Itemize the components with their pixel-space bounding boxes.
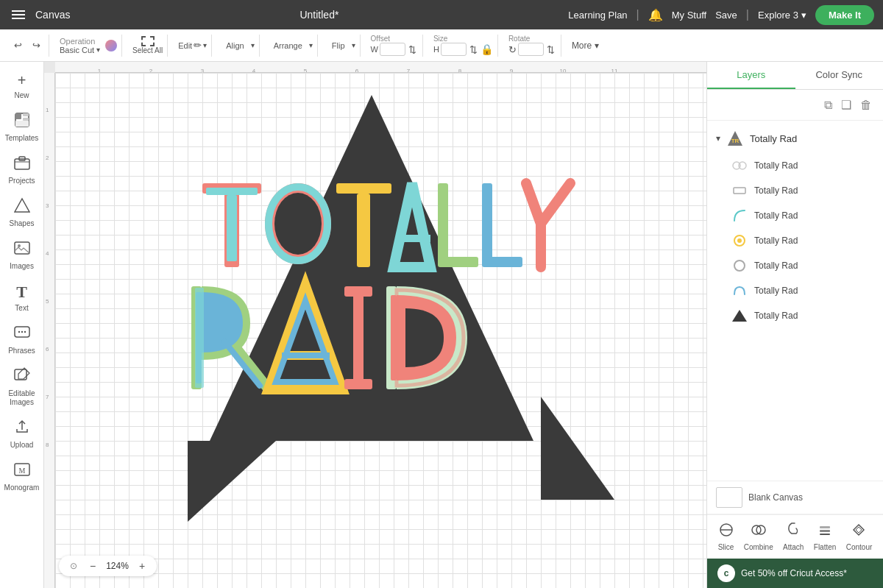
flip-button[interactable]: Flip	[328, 39, 349, 52]
canvas-label: Canvas	[35, 9, 70, 21]
sidebar-item-shapes[interactable]: Shapes	[2, 193, 42, 233]
rotate-input[interactable]	[518, 43, 544, 56]
svg-rect-31	[438, 183, 448, 264]
redo-button[interactable]: ↪	[29, 38, 44, 53]
lock-icon[interactable]: 🔒	[480, 43, 493, 55]
zoom-in-button[interactable]: +	[135, 559, 149, 573]
duplicate-button[interactable]: ❑	[839, 96, 854, 114]
copy-button[interactable]: ⧉	[822, 96, 834, 114]
layer-4-name: Totally Rad	[754, 235, 798, 246]
svg-point-12	[21, 331, 22, 333]
sidebar-item-new[interactable]: + New	[2, 68, 42, 105]
svg-rect-54	[734, 188, 745, 194]
my-stuff-link[interactable]: My Stuff	[672, 10, 706, 21]
canvas-area[interactable]: 1 2 3 4 5 6 7 8 9 10 11 1 2 3 4 5 6 7 8	[44, 62, 706, 588]
layer-item-7[interactable]: Totally Rad	[707, 303, 883, 328]
svg-point-9	[18, 244, 21, 247]
sidebar-item-upload[interactable]: Upload	[2, 414, 42, 454]
height-input[interactable]	[441, 43, 467, 56]
layer-item-2[interactable]: Totally Rad	[707, 178, 883, 203]
layer-group-header[interactable]: ▾ TR Totally Rad	[707, 124, 883, 153]
layer-7-icon	[731, 307, 748, 325]
slice-button[interactable]: Slice	[718, 523, 734, 551]
upload-icon	[14, 419, 30, 439]
undo-button[interactable]: ↩	[10, 38, 26, 53]
images-icon	[14, 240, 30, 260]
edit-pencil-icon[interactable]: ✏	[194, 40, 202, 51]
svg-rect-43	[282, 353, 330, 358]
operation-selector[interactable]: Operation Basic Cut ▾	[60, 37, 117, 54]
svg-rect-30	[399, 235, 430, 242]
layers-list: ▾ TR Totally Rad Totally Rad	[707, 121, 883, 481]
svg-rect-34	[482, 257, 522, 267]
rotate-stepper[interactable]: ⇅	[545, 44, 556, 55]
sidebar-item-phrases[interactable]: Phrases	[2, 320, 42, 360]
bottom-panel-actions: Slice Combine Attach Flatten	[707, 514, 883, 559]
menu-button[interactable]	[9, 7, 28, 22]
layer-3-name: Totally Rad	[754, 210, 798, 221]
shapes-icon	[14, 197, 30, 217]
sidebar-item-text[interactable]: T Text	[2, 278, 42, 317]
combine-label: Combine	[744, 543, 773, 551]
svg-rect-23	[227, 195, 237, 261]
top-navigation: Canvas Untitled* Learning Plan | 🔔 My St…	[0, 0, 883, 29]
svg-point-56	[737, 238, 742, 243]
svg-rect-3	[23, 118, 29, 121]
layer-group-name: Totally Rad	[750, 133, 797, 144]
projects-icon	[14, 155, 30, 174]
contour-icon	[851, 523, 866, 541]
cricut-promo[interactable]: c Get 50% off Cricut Access*	[707, 559, 883, 588]
notifications-icon[interactable]: 🔔	[648, 8, 663, 22]
blank-canvas-label: Blank Canvas	[748, 492, 803, 503]
document-title[interactable]: Untitled*	[299, 9, 338, 21]
layer-item-1[interactable]: Totally Rad	[707, 153, 883, 178]
width-input[interactable]	[380, 43, 405, 56]
svg-marker-58	[732, 310, 747, 322]
delete-button[interactable]: 🗑	[858, 96, 874, 114]
layer-item-3[interactable]: Totally Rad	[707, 203, 883, 228]
canvas-content[interactable]	[55, 73, 706, 588]
more-button[interactable]: More ▾	[572, 40, 599, 51]
text-icon: T	[16, 283, 27, 302]
sidebar-item-editable-images[interactable]: Editable Images	[2, 363, 42, 411]
artwork-svg	[114, 88, 629, 522]
artwork-container[interactable]	[114, 88, 666, 544]
attach-button[interactable]: Attach	[783, 523, 804, 551]
svg-point-13	[24, 331, 25, 333]
arrange-button[interactable]: Arrange	[270, 39, 306, 52]
sidebar-label-templates: Templates	[5, 134, 39, 143]
make-it-button[interactable]: Make It	[815, 5, 874, 25]
sidebar-item-images[interactable]: Images	[2, 235, 42, 275]
contour-button[interactable]: Contour	[846, 523, 873, 551]
svg-rect-45	[344, 286, 372, 297]
svg-rect-27	[336, 183, 391, 194]
combine-button[interactable]: Combine	[744, 523, 773, 551]
sidebar-item-monogram[interactable]: M Monogram	[2, 457, 42, 497]
sidebar-item-projects[interactable]: Projects	[2, 150, 42, 190]
save-button[interactable]: Save	[715, 10, 737, 21]
svg-rect-63	[820, 526, 830, 528]
layer-group-thumb: TR	[725, 128, 745, 149]
align-button[interactable]: Align	[222, 39, 247, 52]
tab-color-sync[interactable]: Color Sync	[795, 62, 884, 89]
zoom-out-button[interactable]: −	[85, 559, 100, 573]
height-stepper[interactable]: ⇅	[468, 44, 479, 55]
contour-label: Contour	[846, 543, 873, 551]
tab-layers[interactable]: Layers	[707, 62, 795, 89]
zoom-controls: ⊙ − 124% +	[59, 556, 157, 576]
select-all-button[interactable]: Select All	[132, 36, 163, 54]
width-stepper[interactable]: ⇅	[407, 44, 418, 55]
machine-selector[interactable]: Explore 3 ▾	[758, 10, 806, 21]
rotate-icon: ↻	[508, 44, 517, 55]
panel-top-actions: ⧉ ❑ 🗑	[707, 90, 883, 121]
flatten-button[interactable]: Flatten	[814, 523, 837, 551]
learning-plan-link[interactable]: Learning Plan	[568, 10, 627, 21]
layer-item-4[interactable]: Totally Rad	[707, 228, 883, 253]
layer-item-5[interactable]: Totally Rad	[707, 253, 883, 278]
attach-icon	[786, 523, 801, 541]
ruler-horizontal: 1 2 3 4 5 6 7 8 9 10 11	[55, 62, 706, 73]
layer-item-6[interactable]: Totally Rad	[707, 278, 883, 303]
sidebar-item-templates[interactable]: Templates	[2, 107, 42, 147]
svg-point-25	[274, 193, 322, 255]
sidebar-label-upload: Upload	[10, 441, 34, 450]
